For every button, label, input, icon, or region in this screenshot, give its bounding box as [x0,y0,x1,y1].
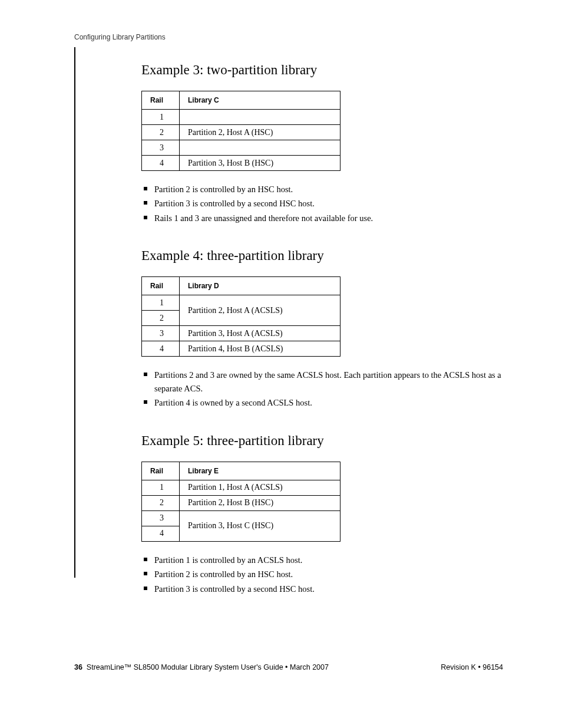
footer-doc-title: StreamLine™ SL8500 Modular Library Syste… [87,663,329,671]
rail-cell: 4 [142,156,180,171]
desc-cell: Partition 3, Host A (ACSLS) [180,326,340,341]
list-item: Partition 2 is controlled by an HSC host… [141,183,503,196]
rail-cell: 2 [142,495,180,510]
table-row: 1Partition 1, Host A (ACSLS) [142,480,340,495]
footer-revision: Revision K • 96154 [441,663,503,671]
page: Configuring Library Partitions Example 3… [0,0,562,728]
desc-cell: Partition 2, Host B (HSC) [180,495,340,510]
example3-bullets: Partition 2 is controlled by an HSC host… [141,183,503,225]
desc-cell: Partition 3, Host B (HSC) [180,156,340,171]
desc-cell: Partition 2, Host A (ACSLS) [180,295,340,326]
table-row: 4Partition 3, Host B (HSC) [142,156,340,171]
rail-cell: 3 [142,140,180,156]
table-header-library: Library C [180,91,340,110]
example3-tbody: 12Partition 2, Host A (HSC)34Partition 3… [142,110,340,171]
list-item: Rails 1 and 3 are unassigned and therefo… [141,212,503,225]
example5-bullets: Partition 1 is controlled by an ACSLS ho… [141,554,503,595]
page-number: 36 [74,663,82,671]
rail-cell: 3 [142,510,180,526]
example5-tbody: 1Partition 1, Host A (ACSLS)2Partition 2… [142,480,340,541]
rail-cell: 1 [142,295,180,311]
side-rule [74,47,75,578]
example3-title: Example 3: two-partition library [141,62,503,78]
desc-cell: Partition 3, Host C (HSC) [180,510,340,541]
table-row: 2Partition 2, Host A (HSC) [142,125,340,140]
example5-table: Rail Library E 1Partition 1, Host A (ACS… [141,462,340,542]
rail-cell: 1 [142,110,180,125]
rail-cell: 4 [142,341,180,357]
rail-cell: 4 [142,526,180,541]
desc-cell: Partition 4, Host B (ACSLS) [180,341,340,357]
example4-tbody: 1Partition 2, Host A (ACSLS)23Partition … [142,295,340,357]
example4-bullets: Partitions 2 and 3 are owned by the same… [141,368,503,409]
example4-title: Example 4: three-partition library [141,248,503,263]
list-item: Partition 3 is controlled by a second HS… [141,582,503,595]
page-footer: 36 StreamLine™ SL8500 Modular Library Sy… [74,663,503,671]
table-row: 1Partition 2, Host A (ACSLS) [142,295,340,311]
desc-cell [180,140,340,156]
list-item: Partition 4 is owned by a second ACSLS h… [141,396,503,409]
table-row: 4Partition 4, Host B (ACSLS) [142,341,340,357]
desc-cell: Partition 2, Host A (HSC) [180,125,340,140]
running-header: Configuring Library Partitions [74,33,503,41]
table-row: 1 [142,110,340,125]
rail-cell: 1 [142,480,180,495]
footer-left: 36 StreamLine™ SL8500 Modular Library Sy… [74,663,329,671]
list-item: Partition 1 is controlled by an ACSLS ho… [141,554,503,566]
table-row: 3 [142,140,340,156]
example4-table: Rail Library D 1Partition 2, Host A (ACS… [141,276,340,357]
list-item: Partition 2 is controlled by an HSC host… [141,568,503,581]
example5-title: Example 5: three-partition library [141,433,503,449]
desc-cell [180,110,340,125]
table-header-library: Library E [180,462,340,480]
table-header-rail: Rail [142,277,180,295]
table-row: 2Partition 2, Host B (HSC) [142,495,340,510]
example3-table: Rail Library C 12Partition 2, Host A (HS… [141,91,340,171]
table-header-library: Library D [180,277,340,295]
list-item: Partition 3 is controlled by a second HS… [141,197,503,210]
rail-cell: 2 [142,311,180,326]
table-header-rail: Rail [142,462,180,480]
rail-cell: 2 [142,125,180,140]
list-item: Partitions 2 and 3 are owned by the same… [141,368,503,395]
content-area: Example 3: two-partition library Rail Li… [141,46,503,595]
rail-cell: 3 [142,326,180,341]
table-header-rail: Rail [142,91,180,110]
table-row: 3Partition 3, Host A (ACSLS) [142,326,340,341]
table-row: 3Partition 3, Host C (HSC) [142,510,340,526]
desc-cell: Partition 1, Host A (ACSLS) [180,480,340,495]
